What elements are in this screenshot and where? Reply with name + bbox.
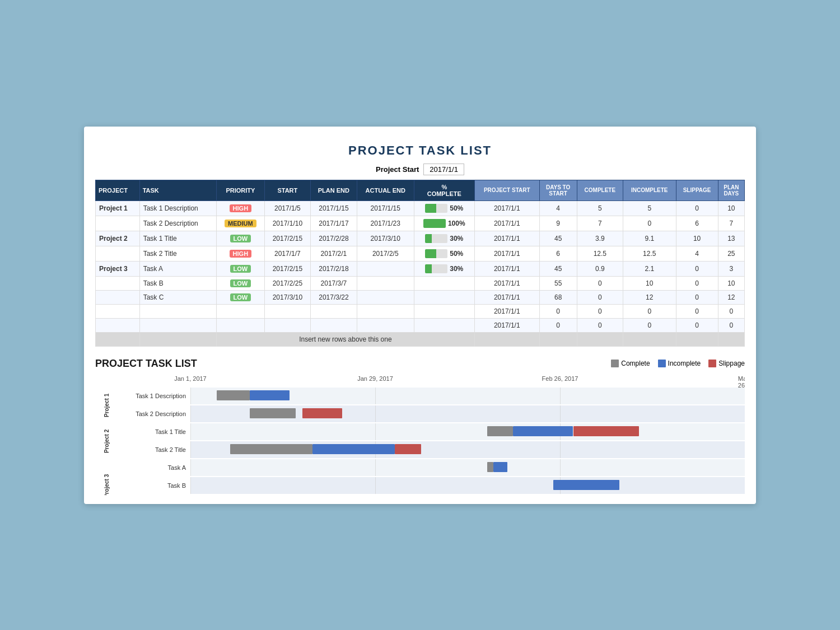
cell-incomplete: 0 — [623, 216, 676, 231]
legend-slippage-box — [708, 360, 716, 367]
cell-days-to-start: 55 — [539, 276, 577, 290]
gantt-date-label: Jan 1, 2017 — [174, 375, 207, 382]
cell-proj-start: 2017/1/1 — [474, 304, 539, 318]
pct-label: 50% — [450, 204, 463, 212]
cell-plan-days: 0 — [718, 304, 744, 318]
gantt-bar-slippage — [302, 408, 342, 418]
project-start-row: Project Start 2017/1/1 — [95, 164, 745, 175]
cell-start — [264, 304, 310, 318]
pct-bar-wrap — [425, 249, 447, 258]
cell-priority: HIGH — [216, 246, 264, 261]
legend-complete-box — [611, 360, 619, 367]
cell-pct — [414, 276, 474, 290]
priority-badge: HIGH — [230, 204, 252, 212]
chart-title: PROJECT TASK LIST — [95, 358, 197, 370]
table-header-row: PROJECT TASK PRIORITY START PLAN END ACT… — [96, 180, 745, 200]
cell-incomplete: 9.1 — [623, 231, 676, 246]
cell-proj-start: 2017/1/1 — [474, 216, 539, 231]
col-plan-days: PlanDays — [718, 180, 744, 200]
table-body: Project 1 Task 1 Description HIGH 2017/1… — [96, 200, 745, 346]
table-row: Task C LOW 2017/3/10 2017/3/22 2017/1/1 … — [96, 290, 745, 304]
gantt-grid-line — [375, 405, 376, 422]
cell-proj-start: 2017/1/1 — [474, 276, 539, 290]
col-plan-end: PLAN END — [310, 180, 357, 200]
gantt-bar-complete — [487, 462, 493, 472]
gantt-row: Task B — [190, 477, 745, 494]
col-task: TASK — [139, 180, 216, 200]
cell-plan-end: 2017/3/22 — [310, 290, 357, 304]
cell-plan-end — [310, 318, 357, 332]
legend-incomplete-label: Incomplete — [668, 360, 701, 367]
col-start: START — [264, 180, 310, 200]
cell-start: 2017/2/25 — [264, 276, 310, 290]
gantt-grid-line — [190, 477, 191, 494]
cell-pct: 30% — [414, 231, 474, 246]
gantt-bar-slippage — [395, 444, 421, 454]
legend-slippage-label: Slippage — [718, 360, 745, 367]
cell-actual-end — [357, 290, 414, 304]
gantt-project-label: Project 2 — [95, 423, 118, 459]
cell-plan-days: 10 — [718, 276, 744, 290]
cell-actual-end — [357, 304, 414, 318]
cell-project — [96, 290, 140, 304]
gantt-bar-incomplete — [493, 462, 507, 472]
cell-task: Task 1 Description — [139, 200, 216, 216]
cell-actual-end — [357, 261, 414, 276]
pct-cell: 100% — [418, 219, 471, 228]
col-project: PROJECT — [96, 180, 140, 200]
cell-project — [96, 216, 140, 231]
priority-badge: HIGH — [230, 250, 252, 258]
gantt-grid-line — [560, 388, 561, 404]
col-actual-end: ACTUAL END — [357, 180, 414, 200]
gantt-grid-line — [560, 459, 561, 476]
main-card: PROJECT TASK LIST Project Start 2017/1/1… — [84, 127, 756, 504]
gantt-row-label: Task 1 Description — [118, 393, 190, 399]
cell-start: 2017/1/7 — [264, 246, 310, 261]
cell-days-to-start: 9 — [539, 216, 577, 231]
table-row: Task 2 Title HIGH 2017/1/7 2017/2/1 2017… — [96, 246, 745, 261]
gantt-date-label: Jan 29, 2017 — [357, 375, 393, 382]
cell-proj-start: 2017/1/1 — [474, 261, 539, 276]
pct-bar-wrap — [425, 234, 447, 243]
legend-slippage: Slippage — [708, 360, 745, 367]
legend-incomplete-box — [658, 360, 666, 367]
pct-cell: 50% — [418, 249, 471, 258]
priority-badge: LOW — [230, 279, 251, 287]
cell-project: Project 1 — [96, 200, 140, 216]
table-row: Task 2 Description MEDIUM 2017/1/10 2017… — [96, 216, 745, 231]
pct-bar — [425, 234, 432, 243]
cell-incomplete: 0 — [623, 318, 676, 332]
col-slippage: Slippage — [676, 180, 718, 200]
priority-badge: MEDIUM — [225, 220, 256, 227]
gantt-row: Task 2 Title — [190, 441, 745, 458]
cell-slippage: 6 — [676, 216, 718, 231]
pct-bar-wrap — [425, 264, 447, 273]
gantt-grid-line — [375, 423, 376, 440]
cell-incomplete: 12 — [623, 290, 676, 304]
col-days-to-start: Days toStart — [539, 180, 577, 200]
cell-plan-end — [310, 304, 357, 318]
cell-pct: 30% — [414, 261, 474, 276]
cell-task: Task B — [139, 276, 216, 290]
gantt-grid-line — [190, 405, 191, 422]
pct-label: 50% — [450, 250, 463, 258]
gantt-bar-incomplete — [553, 480, 619, 490]
cell-pct — [414, 290, 474, 304]
cell-project: Project 3 — [96, 261, 140, 276]
cell-pct — [414, 318, 474, 332]
cell-actual-end: 2017/1/15 — [357, 200, 414, 216]
cell-start — [264, 318, 310, 332]
cell-slippage: 0 — [676, 276, 718, 290]
pct-bar-wrap — [423, 219, 446, 228]
gantt-row: Project 2 Task 1 Title — [190, 423, 745, 440]
cell-project — [96, 276, 140, 290]
cell-priority — [216, 304, 264, 318]
cell-days-to-start: 4 — [539, 200, 577, 216]
gantt-row: Project 3 Task A — [190, 459, 745, 476]
pct-cell: 30% — [418, 264, 471, 273]
cell-complete: 5 — [577, 200, 623, 216]
cell-days-to-start: 45 — [539, 261, 577, 276]
cell-priority: LOW — [216, 276, 264, 290]
insert-row: Insert new rows above this one — [96, 332, 745, 346]
cell-slippage: 0 — [676, 304, 718, 318]
